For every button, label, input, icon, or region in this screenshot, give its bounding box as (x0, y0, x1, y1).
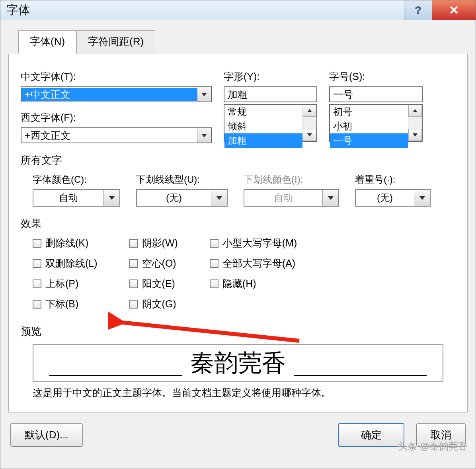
window-title: 字体 (6, 2, 30, 18)
smallcaps-checkbox[interactable]: 小型大写字母(M) (210, 236, 297, 250)
font-color-label: 字体颜色(C): (33, 173, 120, 186)
shadow-checkbox[interactable]: 阴影(W) (129, 236, 178, 250)
scrollbar[interactable] (408, 105, 422, 141)
superscript-checkbox[interactable]: 上标(P) (33, 277, 98, 290)
engrave-checkbox[interactable]: 阴文(G) (129, 297, 178, 311)
emphasis-mark-dropdown[interactable]: (无) (355, 189, 431, 207)
list-item[interactable]: 一号 (330, 133, 408, 148)
chevron-down-icon (322, 190, 338, 206)
underline-style-dropdown[interactable]: (无) (136, 189, 228, 207)
preview-label: 预览 (21, 324, 455, 338)
font-size-listbox[interactable]: 初号 小初 一号 (329, 104, 423, 142)
ok-button[interactable]: 确定 (338, 423, 404, 447)
font-style-listbox[interactable]: 常规 倾斜 加粗 (224, 104, 317, 142)
font-style-label: 字形(Y): (224, 70, 317, 83)
window-controls: ? ✕ (404, 0, 476, 20)
chevron-down-icon (103, 190, 119, 206)
emboss-checkbox[interactable]: 阳文(E) (129, 277, 178, 290)
tab-strip: 字体(N) 字符间距(R) (8, 20, 468, 54)
chevron-down-icon (197, 87, 211, 102)
all-text-label: 所有文字 (21, 153, 455, 167)
font-size-label: 字号(S): (329, 70, 423, 83)
font-color-dropdown[interactable]: 自动 (33, 189, 120, 207)
close-button[interactable]: ✕ (432, 0, 476, 20)
list-item[interactable]: 常规 (224, 105, 302, 119)
chevron-down-icon (211, 190, 227, 206)
preview-box: 秦韵莞香 (33, 344, 443, 382)
chinese-font-label: 中文字体(T): (21, 70, 212, 83)
help-button[interactable]: ? (404, 0, 432, 20)
list-item[interactable]: 加粗 (224, 133, 302, 148)
preview-underline (294, 375, 427, 376)
default-button[interactable]: 默认(D)... (10, 423, 83, 447)
font-dialog: 字体 ? ✕ 字体(N) 字符间距(R) 中文字体(T): +中文正文 西文字体… (0, 0, 476, 469)
watermark: 头条 @秦韵莞香 (398, 440, 468, 453)
font-size-input[interactable]: 一号 (329, 86, 423, 102)
font-style-input[interactable]: 加粗 (224, 86, 317, 102)
chinese-font-dropdown[interactable]: +中文正文 (21, 86, 212, 102)
tab-font[interactable]: 字体(N) (18, 30, 76, 54)
list-item[interactable]: 倾斜 (224, 119, 302, 133)
western-font-label: 西文字体(F): (21, 111, 212, 124)
underline-color-label: 下划线颜色(I): (244, 173, 339, 186)
tab-spacing[interactable]: 字符间距(R) (76, 30, 155, 54)
western-font-dropdown[interactable]: +西文正文 (21, 127, 212, 143)
outline-checkbox[interactable]: 空心(O) (129, 257, 178, 270)
subscript-checkbox[interactable]: 下标(B) (33, 297, 98, 311)
double-strikethrough-checkbox[interactable]: 双删除线(L) (33, 257, 98, 270)
allcaps-checkbox[interactable]: 全部大写字母(A) (210, 257, 297, 270)
preview-text: 秦韵莞香 (190, 347, 286, 379)
list-item[interactable]: 小初 (330, 119, 408, 133)
chevron-down-icon (197, 128, 211, 143)
effects-label: 效果 (21, 217, 455, 231)
underline-color-dropdown: 自动 (244, 189, 339, 207)
chevron-down-icon (414, 190, 430, 206)
underline-style-label: 下划线线型(U): (136, 173, 228, 186)
scrollbar[interactable] (302, 105, 316, 141)
strikethrough-checkbox[interactable]: 删除线(K) (33, 236, 98, 250)
preview-note: 这是用于中文的正文主题字体。当前文档主题定义将使用哪种字体。 (33, 386, 443, 399)
preview-underline (49, 375, 182, 376)
emphasis-mark-label: 着重号(·): (355, 173, 431, 186)
tab-panel: 中文字体(T): +中文正文 西文字体(F): +西文正文 字形(Y): 加粗 … (8, 54, 468, 412)
list-item[interactable]: 初号 (330, 105, 408, 119)
hidden-checkbox[interactable]: 隐藏(H) (210, 277, 297, 290)
titlebar: 字体 ? ✕ (0, 0, 476, 20)
